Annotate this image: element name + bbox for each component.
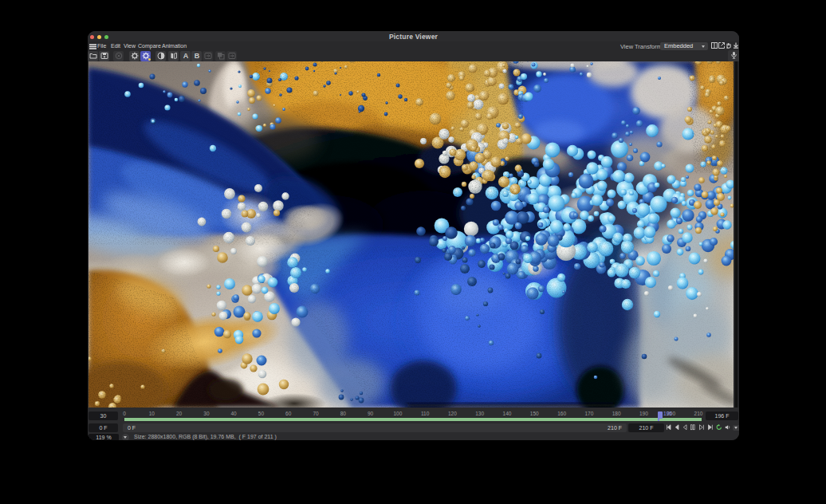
svg-text:B: B	[194, 52, 199, 60]
svg-text:A: A	[183, 52, 188, 60]
